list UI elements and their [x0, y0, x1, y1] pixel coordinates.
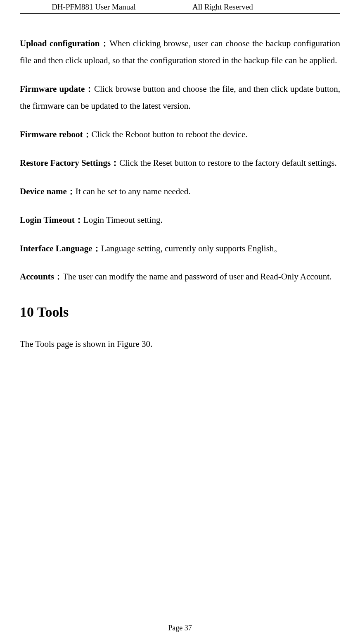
paragraph-label: Firmware reboot：	[20, 129, 92, 139]
paragraph-text: Click the Reset button to restore to the…	[119, 158, 337, 168]
page-content: Upload configuration：When clicking brows…	[20, 14, 340, 624]
paragraph-label: Firmware update：	[20, 84, 94, 94]
page-number: Page 37	[168, 624, 192, 632]
paragraph-upload-configuration: Upload configuration：When clicking brows…	[20, 35, 340, 69]
section-heading-tools: 10 Tools	[20, 298, 340, 326]
paragraph-interface-language: Interface Language：Language setting, cur…	[20, 240, 340, 257]
paragraph-accounts: Accounts：The user can modify the name an…	[20, 268, 340, 285]
paragraph-label: Accounts：	[20, 272, 63, 281]
paragraph-label: Restore Factory Settings：	[20, 158, 119, 168]
paragraph-text: It can be set to any name needed.	[76, 186, 191, 196]
paragraph-text: Login Timeout setting.	[83, 215, 163, 225]
header-title-right: All Right Reserved	[180, 2, 340, 12]
paragraph-device-name: Device name：It can be set to any name ne…	[20, 183, 340, 200]
paragraph-text: The user can modify the name and passwor…	[63, 272, 332, 281]
paragraph-firmware-reboot: Firmware reboot：Click the Reboot button …	[20, 126, 340, 143]
paragraph-login-timeout: Login Timeout：Login Timeout setting.	[20, 212, 340, 229]
section-intro-text: The Tools page is shown in Figure 30.	[20, 336, 340, 353]
page-header: DH-PFM881 User Manual All Right Reserved	[20, 0, 340, 14]
paragraph-label: Upload configuration：	[20, 38, 109, 48]
paragraph-text: Language setting, currently only support…	[101, 243, 283, 253]
paragraph-text: Click the Reboot button to reboot the de…	[92, 129, 248, 139]
paragraph-label: Login Timeout：	[20, 215, 83, 225]
header-title-left: DH-PFM881 User Manual	[20, 2, 180, 12]
page-container: DH-PFM881 User Manual All Right Reserved…	[0, 0, 360, 644]
page-footer: Page 37	[20, 624, 340, 644]
paragraph-firmware-update: Firmware update：Click browse button and …	[20, 81, 340, 114]
paragraph-label: Device name：	[20, 186, 76, 196]
paragraph-restore-factory: Restore Factory Settings：Click the Reset…	[20, 155, 340, 172]
paragraph-label: Interface Language：	[20, 243, 101, 253]
